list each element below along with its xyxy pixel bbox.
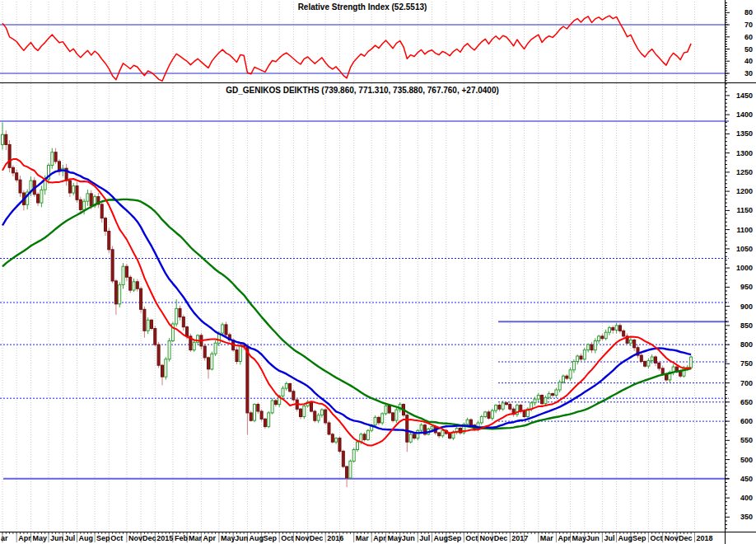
month-label: Mar xyxy=(540,534,554,542)
price-tick-label: 1000 xyxy=(736,264,753,272)
month-label: Apr xyxy=(558,534,571,542)
month-label: Nov xyxy=(295,534,309,542)
price-tick-label: 500 xyxy=(740,456,753,464)
chart-window: 1450140013501300125012001150110010501000… xyxy=(0,0,756,544)
month-label: Dec xyxy=(142,534,156,542)
price-tick-label: 1450 xyxy=(736,91,753,100)
price-tick-label: 750 xyxy=(740,359,753,368)
price-tick-label: 550 xyxy=(740,436,753,444)
price-tick-label: 900 xyxy=(740,302,753,311)
month-label: May xyxy=(388,534,403,542)
price-tick-label: 400 xyxy=(740,494,753,502)
month-label: Jun xyxy=(586,534,600,542)
rsi-tick-label: 40 xyxy=(744,57,753,65)
month-label: Apr xyxy=(203,534,216,542)
time-axis[interactable]: arAprMayJunJulAugSepOctNovDec2015FebMarA… xyxy=(1,532,713,542)
month-label: Sep xyxy=(632,534,646,542)
month-label: Sep xyxy=(448,534,462,542)
price-tick-label: 1100 xyxy=(736,226,753,234)
price-tick-label: 1050 xyxy=(736,245,753,253)
month-label: Jun xyxy=(402,534,415,542)
price-tick-label: 800 xyxy=(740,340,753,349)
month-label: Aug xyxy=(249,534,264,542)
price-tick-label: 700 xyxy=(740,379,753,387)
month-label: Mar xyxy=(189,534,203,542)
price-tick-label: 650 xyxy=(740,398,753,406)
rsi-tick-label: 30 xyxy=(744,69,753,77)
month-label: Feb xyxy=(175,534,189,542)
month-label: Oct xyxy=(110,534,123,542)
month-label: Aug xyxy=(618,534,633,542)
month-label: Nov xyxy=(480,534,494,542)
price-tick-label: 1350 xyxy=(736,129,753,138)
price-tick-label: 1400 xyxy=(736,110,753,119)
month-label: Dec xyxy=(310,534,324,542)
month-label: 2017 xyxy=(511,534,528,542)
price-tick-label: 1250 xyxy=(736,168,753,176)
month-label: Oct xyxy=(465,534,478,542)
price-tick-label: 1200 xyxy=(736,187,753,195)
month-label: May xyxy=(572,534,587,542)
month-label: Jul xyxy=(419,534,430,542)
price-tick-label: 450 xyxy=(740,475,753,483)
price-tick-label: 1150 xyxy=(736,206,753,214)
month-label: Sep xyxy=(264,534,278,542)
month-label: Aug xyxy=(79,534,94,542)
month-label: Dec xyxy=(679,534,693,542)
month-label: Jun xyxy=(235,534,248,542)
month-label: 2016 xyxy=(327,534,343,542)
price-tick-label: 350 xyxy=(740,513,753,521)
rsi-line xyxy=(2,16,691,81)
month-label: Dec xyxy=(494,534,508,542)
price-axis[interactable]: 1450140013501300125012001150110010501000… xyxy=(725,3,753,529)
rsi-tick-label: 60 xyxy=(744,33,753,41)
month-label: Nov xyxy=(665,534,679,542)
month-label: Jul xyxy=(604,534,614,542)
month-label: Jun xyxy=(50,534,63,542)
month-label: Apr xyxy=(18,534,31,542)
month-label: Oct xyxy=(650,534,662,542)
month-label: 2015 xyxy=(156,534,173,542)
price-tick-label: 850 xyxy=(740,321,753,330)
month-label: May xyxy=(33,534,48,542)
vertical-gridlines xyxy=(2,2,695,531)
candles-group xyxy=(2,122,693,487)
month-label: Apr xyxy=(373,534,386,542)
rsi-tick-label: 70 xyxy=(744,21,753,29)
month-label: Sep xyxy=(96,534,110,542)
month-label: Nov xyxy=(128,534,142,542)
rsi-tick-label: 50 xyxy=(744,45,753,54)
month-label: 2018 xyxy=(697,534,713,542)
month-label: Jul xyxy=(64,534,75,542)
month-label: Aug xyxy=(434,534,449,542)
month-label: ar xyxy=(1,534,8,542)
price-chart-canvas[interactable]: 1450140013501300125012001150110010501000… xyxy=(0,0,756,544)
month-label: Oct xyxy=(281,534,293,542)
price-tick-label: 950 xyxy=(740,283,753,291)
rsi-tick-label: 80 xyxy=(744,8,753,16)
month-label: May xyxy=(221,534,236,542)
price-tick-label: 600 xyxy=(740,417,753,425)
price-tick-label: 1300 xyxy=(736,149,753,157)
ma-mid-line xyxy=(2,170,691,433)
month-label: Mar xyxy=(356,534,370,542)
